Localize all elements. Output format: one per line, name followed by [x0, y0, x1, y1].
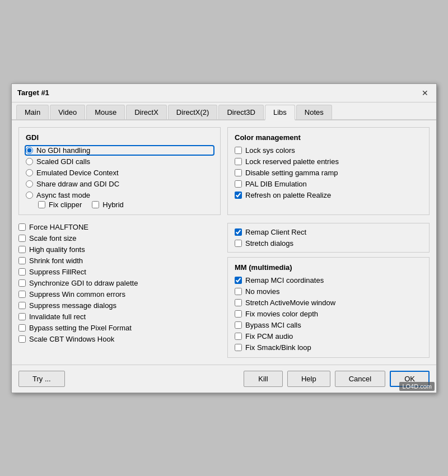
gdi-radio-no-gdi[interactable]: No GDI handling	[26, 146, 213, 155]
gdi-sub-checkboxes: Fix clipper Hybrid	[38, 200, 213, 209]
mm-bypass-mci[interactable]: Bypass MCI calls	[235, 321, 422, 329]
misc-invalidate-full-rect[interactable]: Invalidate full rect	[18, 312, 221, 321]
tab-directx[interactable]: DirectX	[126, 105, 167, 119]
misc-suppress-msg-dialogs-label: Suppress message dialogs	[29, 301, 116, 310]
gdi-radio-share[interactable]: Share ddraw and GDI DC	[26, 180, 213, 188]
mm-fix-smack-bink-label: Fix Smack/Bink loop	[245, 343, 311, 352]
misc-suppress-fillrect-input[interactable]	[18, 268, 26, 276]
tab-video[interactable]: Video	[50, 105, 85, 119]
color-lock-reserved-label: Lock reserved palette entries	[245, 157, 339, 166]
misc-suppress-win-errors[interactable]: Suppress Win common errors	[18, 290, 221, 298]
gdi-radio-no-gdi-label: No GDI handling	[36, 146, 90, 155]
mm-fix-movies-color[interactable]: Fix movies color depth	[235, 310, 422, 318]
tab-bar: Main Video Mouse DirectX DirectX(2) Dire…	[12, 102, 436, 120]
misc-high-quality-fonts-input[interactable]	[18, 246, 26, 253]
gdi-panel: GDI No GDI handling Scaled GDI calls	[18, 127, 221, 215]
gdi-radio-no-gdi-input[interactable]	[26, 147, 33, 154]
tab-notes[interactable]: Notes	[296, 105, 332, 119]
misc-stretch-dialogs-input[interactable]	[235, 240, 242, 247]
color-disable-gamma[interactable]: Disable setting gamma ramp	[235, 169, 422, 177]
cancel-button[interactable]: Cancel	[335, 371, 385, 387]
misc-remap-client-rect[interactable]: Remap Client Rect	[235, 228, 422, 236]
misc-suppress-msg-dialogs[interactable]: Suppress message dialogs	[18, 301, 221, 310]
misc-sync-gdi[interactable]: Synchronize GDI to ddraw palette	[18, 279, 221, 287]
color-management-panel: Color management Lock sys colors Lock re…	[227, 127, 430, 215]
mm-stretch-activemovie-input[interactable]	[235, 299, 242, 306]
mm-fix-smack-bink-input[interactable]	[235, 344, 242, 351]
gdi-radio-share-input[interactable]	[26, 180, 33, 188]
misc-suppress-fillrect[interactable]: Suppress FillRect	[18, 268, 221, 276]
tab-directx2[interactable]: DirectX(2)	[168, 105, 218, 119]
misc-scale-cbt-input[interactable]	[18, 335, 26, 343]
misc-scale-font[interactable]: Scale font size	[18, 234, 221, 242]
misc-force-halftone-input[interactable]	[18, 223, 26, 231]
misc-suppress-win-errors-label: Suppress Win common errors	[29, 290, 125, 298]
mm-fix-movies-color-input[interactable]	[235, 310, 242, 318]
gdi-radio-scaled-label: Scaled GDI calls	[36, 157, 90, 166]
mm-fix-pcm-audio-input[interactable]	[235, 333, 242, 340]
mm-no-movies-input[interactable]	[235, 288, 242, 295]
misc-suppress-msg-dialogs-input[interactable]	[18, 302, 26, 309]
gdi-radio-scaled-input[interactable]	[26, 158, 33, 165]
misc-bypass-pixel-format[interactable]: Bypass setting the Pixel Format	[18, 324, 221, 332]
close-button[interactable]: ✕	[419, 87, 431, 99]
content-area: GDI No GDI handling Scaled GDI calls	[12, 120, 436, 365]
kill-button[interactable]: Kill	[244, 371, 283, 387]
misc-sync-gdi-input[interactable]	[18, 279, 26, 287]
color-pal-dib[interactable]: PAL DIB Emulation	[235, 180, 422, 188]
color-lock-sys[interactable]: Lock sys colors	[235, 146, 422, 155]
misc-remap-client-rect-label: Remap Client Rect	[245, 228, 306, 236]
gdi-radio-async[interactable]: Async fast mode	[26, 191, 213, 199]
mm-fix-smack-bink[interactable]: Fix Smack/Bink loop	[235, 343, 422, 352]
gdi-radio-emulated[interactable]: Emulated Device Context	[26, 169, 213, 177]
mm-no-movies[interactable]: No movies	[235, 287, 422, 296]
tab-main[interactable]: Main	[16, 105, 49, 119]
window-title: Target #1	[17, 88, 49, 97]
misc-force-halftone[interactable]: Force HALFTONE	[18, 223, 221, 231]
gdi-hybrid[interactable]: Hybrid	[92, 200, 124, 209]
gdi-fix-clipper-input[interactable]	[38, 201, 45, 208]
mm-remap-mci[interactable]: Remap MCI coordinates	[235, 276, 422, 284]
misc-scale-font-input[interactable]	[18, 235, 26, 242]
color-refresh-palette[interactable]: Refresh on palette Realize	[235, 191, 422, 199]
gdi-radio-emulated-input[interactable]	[26, 169, 33, 176]
color-lock-reserved-input[interactable]	[235, 158, 242, 165]
mm-stretch-activemovie[interactable]: Stretch ActiveMovie window	[235, 298, 422, 307]
gdi-fix-clipper[interactable]: Fix clipper	[38, 200, 82, 209]
help-button[interactable]: Help	[287, 371, 330, 387]
gdi-radio-async-input[interactable]	[26, 192, 33, 199]
tab-libs[interactable]: Libs	[265, 105, 295, 120]
top-section: GDI No GDI handling Scaled GDI calls	[18, 127, 430, 221]
color-disable-gamma-input[interactable]	[235, 169, 242, 176]
color-pal-dib-input[interactable]	[235, 180, 242, 188]
misc-shrink-font-input[interactable]	[18, 257, 26, 264]
misc-bypass-pixel-format-input[interactable]	[18, 324, 26, 332]
color-lock-reserved[interactable]: Lock reserved palette entries	[235, 157, 422, 166]
misc-left-checks: Force HALFTONE Scale font size High qual…	[18, 223, 221, 358]
misc-remap-client-rect-input[interactable]	[235, 228, 242, 236]
color-lock-sys-label: Lock sys colors	[245, 146, 295, 155]
gdi-fix-clipper-label: Fix clipper	[49, 200, 82, 209]
misc-invalidate-full-rect-input[interactable]	[18, 313, 26, 320]
misc-scale-cbt[interactable]: Scale CBT Windows Hook	[18, 335, 221, 343]
misc-stretch-dialogs[interactable]: Stretch dialogs	[235, 239, 422, 248]
mm-fix-pcm-audio[interactable]: Fix PCM audio	[235, 332, 422, 340]
misc-high-quality-fonts[interactable]: High quality fonts	[18, 245, 221, 254]
try-button[interactable]: Try ...	[18, 371, 65, 387]
gdi-radio-emulated-label: Emulated Device Context	[36, 169, 119, 177]
mm-remap-mci-input[interactable]	[235, 277, 242, 284]
misc-force-halftone-label: Force HALFTONE	[29, 223, 88, 231]
misc-right-top-panel: Remap Client Rect Stretch dialogs	[227, 223, 430, 253]
tab-mouse[interactable]: Mouse	[86, 105, 125, 119]
color-refresh-palette-input[interactable]	[235, 192, 242, 199]
misc-suppress-win-errors-input[interactable]	[18, 291, 26, 298]
gdi-radio-scaled[interactable]: Scaled GDI calls	[26, 157, 213, 166]
gdi-hybrid-input[interactable]	[92, 201, 99, 208]
color-lock-sys-input[interactable]	[235, 147, 242, 154]
mm-bypass-mci-input[interactable]	[235, 321, 242, 329]
color-management-checkboxes: Lock sys colors Lock reserved palette en…	[235, 146, 422, 199]
tab-direct3d[interactable]: Direct3D	[218, 105, 264, 119]
gdi-radio-group: No GDI handling Scaled GDI calls Emulate…	[26, 146, 213, 199]
watermark: LO4D.com	[399, 382, 435, 391]
misc-shrink-font[interactable]: Shrink font width	[18, 256, 221, 265]
